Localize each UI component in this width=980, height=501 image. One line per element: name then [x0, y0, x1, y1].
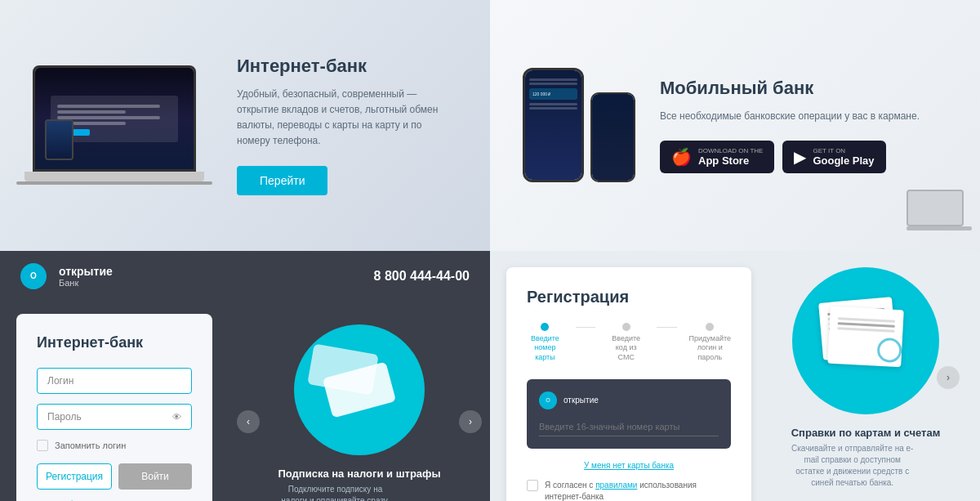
- right-arrow-icon: ›: [469, 416, 472, 427]
- tablet-mockup: [45, 119, 74, 160]
- step-1-dot: [541, 323, 549, 331]
- terms-text: Я согласен с правилами использования инт…: [545, 480, 731, 501]
- card-input-area: О открытие: [527, 379, 731, 449]
- mobile-bank-content: Мобильный банк Все необходимые банковски…: [660, 78, 947, 173]
- remember-checkbox[interactable]: [37, 440, 48, 451]
- step-line-2: [657, 327, 676, 328]
- phone-small-mockup: [590, 92, 635, 182]
- screen-line: [57, 116, 159, 119]
- terms-checkbox[interactable]: [527, 480, 538, 491]
- step-1-label: Введите номер карты: [527, 334, 564, 363]
- apple-icon: 🍎: [671, 147, 692, 167]
- password-placeholder: Пароль: [47, 411, 82, 423]
- app-store-sub: Download on the: [698, 147, 763, 154]
- step-2-label: Введите код из СМС: [608, 334, 644, 363]
- step-2: Введите код из СМС: [608, 323, 644, 363]
- small-laptop-body: [906, 190, 964, 226]
- phone-small-screen: [592, 94, 634, 181]
- screen-line: [57, 110, 126, 114]
- phone-ui: 120 000 ₽: [525, 70, 581, 118]
- login-field[interactable]: Логин: [37, 368, 192, 394]
- docs-arrow-icon: ›: [947, 372, 950, 383]
- go-button[interactable]: Перейти: [237, 166, 327, 195]
- card-logo-circle: О: [539, 391, 557, 409]
- login-placeholder: Логин: [47, 375, 74, 387]
- docs-carousel-arrow[interactable]: ›: [937, 366, 960, 389]
- registration-title: Регистрация: [527, 288, 731, 306]
- doc-line: [837, 327, 894, 333]
- remember-label: Запомнить логин: [55, 441, 126, 450]
- docs-caption: Справки по картам и счетам Скачивайте и …: [791, 427, 941, 489]
- login-form: Интернет-банк Логин Пароль 👁 Запомнить л…: [16, 314, 212, 502]
- mobile-bank-section: 120 000 ₽ Мобильный банк Все необходимые…: [490, 0, 980, 251]
- docs-desc: Скачивайте и отправляйте на e-mail справ…: [791, 443, 914, 489]
- circle-caption: Подписка на налоги и штрафы Подключите п…: [278, 467, 440, 501]
- register-button[interactable]: Регистрация: [37, 463, 112, 490]
- store-badges: 🍎 Download on the App Store ▶ GET IT ON …: [660, 141, 947, 173]
- docs-title: Справки по картам и счетам: [791, 427, 941, 439]
- phone-card-text: 120 000 ₽: [532, 92, 574, 96]
- mobile-bank-description: Все необходимые банковские операции у ва…: [660, 109, 947, 124]
- terms-link[interactable]: правилами: [595, 481, 637, 490]
- app-store-text: Download on the App Store: [698, 147, 763, 167]
- card-input-logo: О открытие: [539, 391, 719, 409]
- google-play-sub: GET IT ON: [813, 147, 874, 154]
- phone-bar: [529, 103, 577, 105]
- step-line-1: [576, 327, 595, 328]
- tablet-screen: [47, 121, 72, 159]
- internet-bank-section: Интернет-банк Удобный, безопасный, совре…: [0, 0, 490, 251]
- teal-circle: [294, 324, 425, 455]
- carousel-left-arrow[interactable]: ‹: [237, 410, 260, 433]
- phone-bar: [529, 83, 577, 85]
- bank-header: О открытие Банк 8 800 444-44-00: [0, 251, 490, 302]
- subscription-area: ‹ › Подписка на налоги и штрафы Подключи…: [229, 302, 490, 502]
- eye-icon: 👁: [172, 412, 181, 422]
- internet-bank-content: Интернет-банк Удобный, безопасный, совре…: [237, 56, 457, 195]
- google-play-name: Google Play: [813, 154, 874, 167]
- form-buttons: Регистрация Войти: [37, 463, 192, 490]
- registration-section: Регистрация Введите номер карты Введите …: [490, 251, 980, 502]
- doc-line: [838, 322, 895, 328]
- circle-card-2: [307, 343, 378, 395]
- app-store-name: App Store: [698, 154, 763, 167]
- terms-check: Я согласен с правилами использования инт…: [527, 480, 731, 501]
- step-3-label: Придумайте логин и пароль: [689, 334, 731, 363]
- doc-line: [838, 317, 895, 323]
- doc-lines-2: [829, 306, 904, 343]
- google-play-text: GET IT ON Google Play: [813, 147, 874, 167]
- phone-main-screen: 120 000 ₽: [525, 70, 581, 180]
- no-card-link[interactable]: У меня нет карты банка: [527, 461, 731, 470]
- terms-pre: Я согласен с: [545, 481, 595, 490]
- google-play-badge[interactable]: ▶ GET IT ON Google Play: [782, 141, 885, 173]
- phones-mockup: 120 000 ₽: [523, 68, 635, 182]
- bank-name: открытие: [59, 265, 113, 278]
- login-section: О открытие Банк 8 800 444-44-00 Интернет…: [0, 251, 490, 502]
- carousel-right-arrow[interactable]: ›: [459, 410, 482, 433]
- mobile-bank-title: Мобильный банк: [660, 78, 947, 99]
- internet-bank-description: Удобный, безопасный, современный — откры…: [237, 87, 457, 150]
- progress-steps: Введите номер карты Введите код из СМС П…: [527, 323, 731, 363]
- small-laptop-base: [906, 226, 972, 230]
- step-2-dot: [622, 323, 630, 331]
- logo-letter: О: [30, 271, 37, 280]
- bank-name-block: открытие Банк: [59, 265, 113, 288]
- laptop-foot: [16, 181, 212, 185]
- phone-bar: [529, 78, 577, 81]
- app-store-badge[interactable]: 🍎 Download on the App Store: [660, 141, 774, 173]
- login-button[interactable]: Войти: [118, 463, 192, 490]
- step-3: Придумайте логин и пароль: [689, 323, 731, 363]
- laptop-small-mockup: [906, 190, 972, 235]
- docs-circle: [792, 267, 939, 414]
- phone-bar: [529, 107, 577, 110]
- password-field[interactable]: Пароль 👁: [37, 404, 192, 430]
- step-1: Введите номер карты: [527, 323, 564, 363]
- step-3-dot: [706, 323, 714, 331]
- docs-area: › Справки по картам и счетам Скачивайте …: [768, 267, 964, 489]
- internet-bank-title: Интернет-банк: [237, 56, 457, 77]
- main-grid: Интернет-банк Удобный, безопасный, совре…: [0, 0, 980, 501]
- bank-logo: О: [20, 263, 47, 289]
- card-number-input[interactable]: [539, 418, 719, 436]
- phone-main-mockup: 120 000 ₽: [523, 68, 584, 182]
- doc-sheet-2: [827, 306, 904, 367]
- bank-phone[interactable]: 8 800 444-44-00: [374, 269, 470, 284]
